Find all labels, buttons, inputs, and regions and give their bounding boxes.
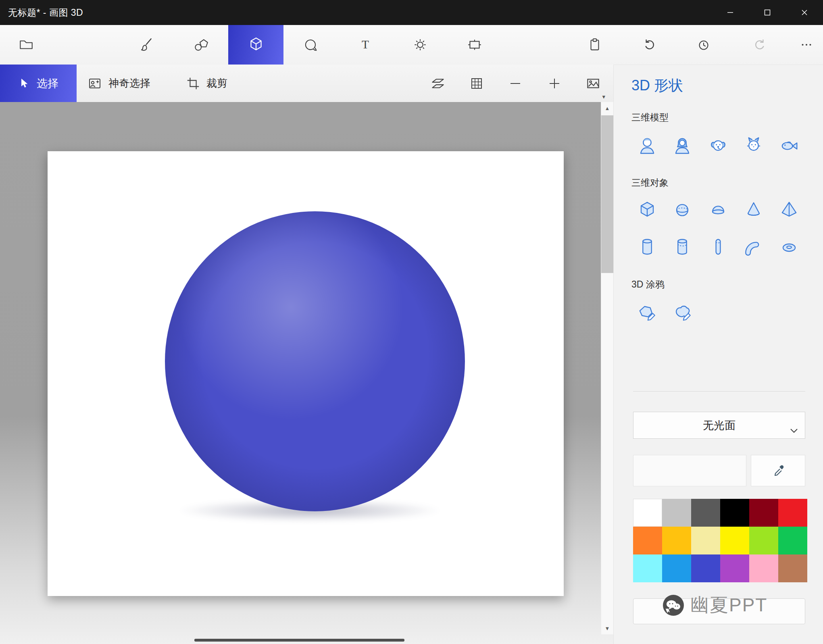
color-swatch[interactable]: [778, 554, 807, 582]
color-swatch[interactable]: [662, 554, 691, 582]
color-swatch[interactable]: [778, 527, 807, 554]
rounded-cylinder-icon: [670, 235, 694, 259]
watermark: 幽夏PPT: [662, 593, 767, 618]
crop-button[interactable]: 裁剪: [181, 65, 231, 102]
shape-capsule-button[interactable]: [704, 232, 733, 261]
color-swatch[interactable]: [662, 527, 691, 554]
shape-cylinder-button[interactable]: [633, 232, 662, 261]
shape-doughnut-button[interactable]: [775, 232, 804, 261]
models-section-label: 三维模型: [631, 111, 669, 124]
maximize-icon: [764, 9, 771, 16]
color-swatch[interactable]: [749, 554, 778, 582]
undo-button[interactable]: [634, 25, 665, 65]
main-toolbar: T: [0, 25, 823, 65]
cursor-arrow-icon: [18, 77, 30, 90]
minimize-button[interactable]: [712, 0, 749, 25]
sphere-object[interactable]: [165, 211, 465, 511]
scroll-down-icon[interactable]: ▼: [601, 623, 613, 634]
panel-title: 3D 形状: [631, 76, 683, 96]
shape-cube-button[interactable]: [633, 196, 662, 225]
color-swatch[interactable]: [720, 554, 749, 582]
brushes-button[interactable]: [131, 25, 161, 65]
zoom-in-plus-icon: [546, 75, 563, 92]
model-woman-button[interactable]: [668, 131, 697, 160]
stickers-button[interactable]: [296, 25, 326, 65]
color-swatch[interactable]: [749, 527, 778, 554]
select-label: 选择: [37, 76, 58, 91]
text-button[interactable]: T: [350, 25, 381, 65]
menu-button[interactable]: [11, 25, 42, 65]
model-dog-button[interactable]: [704, 131, 733, 160]
maximize-button[interactable]: [749, 0, 786, 25]
paste-button[interactable]: [579, 25, 610, 65]
shape-rounded-cylinder-button[interactable]: [668, 232, 697, 261]
magic-select-button[interactable]: 神奇选择: [83, 65, 154, 102]
color-palette: [633, 499, 807, 582]
eyedropper-button[interactable]: [751, 455, 805, 486]
finish-value: 无光面: [703, 418, 735, 433]
pyramid-icon: [777, 198, 801, 222]
color-swatch[interactable]: [633, 554, 662, 582]
curved-tube-icon: [742, 235, 766, 259]
effects-sun-icon: [412, 36, 429, 53]
color-swatch[interactable]: [662, 499, 691, 527]
shape-sphere-button[interactable]: [668, 196, 697, 225]
drawing-canvas[interactable]: [48, 151, 564, 596]
zoom-out-button[interactable]: [500, 65, 531, 102]
history-clock-icon: [695, 36, 712, 53]
color-swatch[interactable]: [720, 499, 749, 527]
close-button[interactable]: [786, 0, 823, 25]
vertical-scroll-thumb[interactable]: [601, 115, 613, 273]
window-title: 无标题* - 画图 3D: [8, 6, 83, 19]
model-fish-button[interactable]: [775, 131, 804, 160]
workspace: ▲ ▼: [0, 102, 613, 644]
crop-icon: [185, 76, 201, 91]
horizontal-scroll-thumb[interactable]: [194, 639, 404, 642]
3d-view-button[interactable]: [423, 65, 453, 102]
shape-hemisphere-button[interactable]: [704, 196, 733, 225]
chevron-down-icon: [790, 423, 798, 436]
man-icon: [635, 134, 659, 158]
color-swatch[interactable]: [778, 499, 807, 527]
paste-clipboard-icon: [586, 36, 603, 53]
color-swatch[interactable]: [691, 527, 720, 554]
history-button[interactable]: [688, 25, 719, 65]
color-swatch[interactable]: [691, 554, 720, 582]
soft-doodle-button[interactable]: [668, 298, 697, 327]
menu-folder-icon: [18, 36, 35, 53]
sphere-icon: [670, 198, 694, 222]
redo-button[interactable]: [744, 25, 775, 65]
current-color-well[interactable]: [633, 455, 746, 486]
color-swatch[interactable]: [691, 499, 720, 527]
grid-toggle-button[interactable]: [461, 65, 492, 102]
2d-shapes-button[interactable]: [186, 25, 217, 65]
fish-icon: [777, 134, 801, 158]
sharp-doodle-button[interactable]: [633, 298, 662, 327]
effects-button[interactable]: [405, 25, 435, 65]
cube-icon: [635, 198, 659, 222]
color-swatch[interactable]: [633, 527, 662, 554]
chevron-down-icon: ▾: [602, 93, 605, 100]
model-man-button[interactable]: [633, 131, 662, 160]
canvas-button[interactable]: [459, 25, 490, 65]
color-swatch[interactable]: [749, 499, 778, 527]
color-swatch[interactable]: [633, 499, 662, 527]
magic-select-icon: [87, 75, 103, 92]
zoom-in-button[interactable]: [539, 65, 570, 102]
select-tool-selected[interactable]: 选择: [0, 65, 77, 102]
cat-icon: [742, 134, 766, 158]
grid-icon: [469, 75, 485, 92]
3d-shapes-panel: 3D 形状 三维模型: [613, 65, 823, 644]
finish-dropdown[interactable]: 无光面: [633, 412, 805, 439]
scroll-up-icon[interactable]: ▲: [601, 103, 613, 113]
shape-curved-tube-button[interactable]: [739, 232, 768, 261]
3d-shapes-tab-selected[interactable]: [228, 25, 283, 65]
shape-cone-button[interactable]: [739, 196, 768, 225]
color-swatch[interactable]: [720, 527, 749, 554]
vertical-scrollbar[interactable]: ▲ ▼: [601, 102, 613, 634]
sub-toolbar: 选择 神奇选择 裁剪: [0, 65, 613, 102]
model-cat-button[interactable]: [739, 131, 768, 160]
shape-pyramid-button[interactable]: [775, 196, 804, 225]
more-options-button[interactable]: [791, 25, 822, 65]
fit-image-button[interactable]: ▾: [578, 65, 608, 102]
